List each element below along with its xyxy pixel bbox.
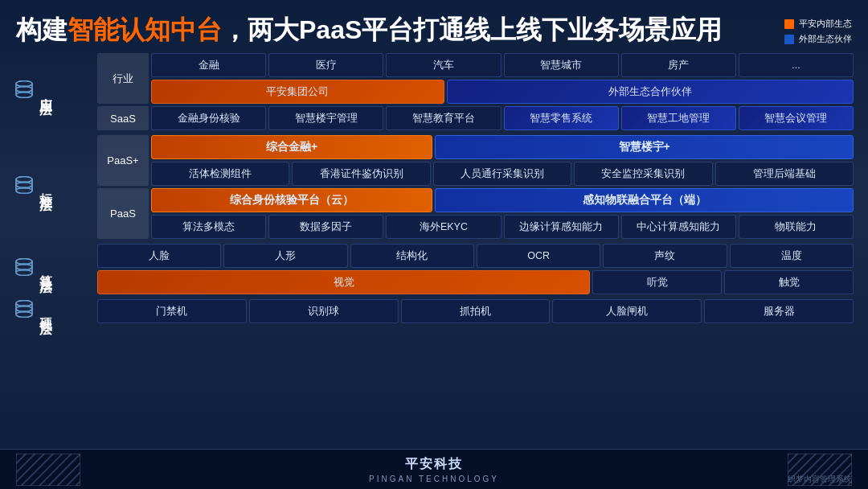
algo-layer-meta: 算法层 xyxy=(14,244,95,294)
footer-logo-en: PINGAN TECHNOLOGY xyxy=(369,475,499,483)
industry-col-5: ... xyxy=(739,53,854,77)
paas-col-1: 数据多因子 xyxy=(268,215,383,239)
paasplus-col-1: 香港证件鉴伪识别 xyxy=(292,162,430,186)
paas-col-0: 算法多模态 xyxy=(151,215,266,239)
internal-company: 平安集团公司 xyxy=(151,80,444,104)
saas-col-2: 智慧教育平台 xyxy=(386,106,501,130)
svg-point-3 xyxy=(16,176,32,182)
footer-hatch-left xyxy=(16,454,80,486)
paasplus-headers: 综合金融+ 智慧楼宇+ xyxy=(151,135,854,159)
industry-col-0: 金融 xyxy=(151,53,266,77)
algo-hearing: 听觉 xyxy=(592,270,722,294)
algo-content: 人脸 人形 结构化 OCR 声纹 温度 视觉 听觉 触觉 xyxy=(97,244,854,294)
legend-external-label: 外部生态伙伴 xyxy=(799,33,852,45)
std-layer-meta: 标准层 xyxy=(14,135,95,239)
db-icon-hw xyxy=(14,300,34,323)
paasplus-col-3: 安全监控采集识别 xyxy=(574,162,712,186)
paasplus-blue-header: 智慧楼宇+ xyxy=(435,135,854,159)
algo-col-5: 温度 xyxy=(730,244,854,268)
title-prefix: 构建 xyxy=(16,15,68,44)
saas-col-0: 金融身份核验 xyxy=(151,106,266,130)
industry-col-4: 房产 xyxy=(621,53,736,77)
algo-col-2: 结构化 xyxy=(350,244,474,268)
legend-internal-label: 平安内部生态 xyxy=(799,18,852,30)
hardware-layer: 硬件层 门禁机 识别球 抓拍机 人脸闸机 服务器 xyxy=(14,299,854,323)
footer-logo-area: 平安科技 PINGAN TECHNOLOGY xyxy=(145,456,723,483)
app-content: 行业 金融 医疗 汽车 智慧城市 房产 ... 平安集团公司 外部生态合作伙 xyxy=(97,53,854,130)
svg-rect-13 xyxy=(16,454,80,486)
algo-col-1: 人形 xyxy=(223,244,347,268)
paas-col-5: 物联能力 xyxy=(739,215,854,239)
footer-watermark: 织梦内容管理系统 xyxy=(788,474,852,485)
external-partner: 外部生态合作伙伴 xyxy=(447,80,854,104)
paas-blue-header: 感知物联融合平台（端） xyxy=(435,188,854,212)
legend-dot-internal xyxy=(784,19,794,29)
legend-external: 外部生态伙伴 xyxy=(784,33,852,45)
svg-point-6 xyxy=(16,258,32,264)
algo-col-3: OCR xyxy=(477,244,600,268)
paasplus-col-0: 活体检测组件 xyxy=(151,162,289,186)
hw-layer-name: 硬件层 xyxy=(37,306,54,316)
hw-col-3: 人脸闸机 xyxy=(552,299,702,323)
paas-headers: 综合身份核验平台（云） 感知物联融合平台（端） xyxy=(151,188,854,212)
svg-point-0 xyxy=(16,81,32,87)
industry-label: 行业 xyxy=(97,53,149,104)
algo-bottom-row: 视觉 听觉 触觉 xyxy=(97,270,854,294)
paasplus-section: PaaS+ 综合金融+ 智慧楼宇+ 活体检测组件 香港证件鉴伪识别 人员通行采集… xyxy=(97,135,854,186)
svg-point-11 xyxy=(16,312,32,318)
hw-col-2: 抓拍机 xyxy=(401,299,551,323)
standard-layer: 标准层 PaaS+ 综合金融+ 智慧楼宇+ 活体检测组件 香港证件鉴伪识别 xyxy=(14,135,854,239)
algorithm-layer: 算法层 人脸 人形 结构化 OCR 声纹 温度 视觉 听觉 触觉 xyxy=(14,244,854,294)
saas-col-1: 智慧楼宇管理 xyxy=(268,106,383,130)
hw-col-4: 服务器 xyxy=(704,299,854,323)
paas-orange-header: 综合身份核验平台（云） xyxy=(151,188,432,212)
std-layer-name: 标准层 xyxy=(37,183,54,192)
footer-logo-cn: 平安科技 xyxy=(405,456,463,473)
paasplus-col-2: 人员通行采集识别 xyxy=(433,162,571,186)
hw-col-1: 识别球 xyxy=(249,299,399,323)
svg-point-7 xyxy=(16,264,32,269)
paas-section: PaaS 综合身份核验平台（云） 感知物联融合平台（端） 算法多模态 数据多因子… xyxy=(97,188,854,239)
industry-section: 行业 金融 医疗 汽车 智慧城市 房产 ... 平安集团公司 外部生态合作伙 xyxy=(97,53,854,104)
hw-col-0: 门禁机 xyxy=(97,299,247,323)
std-content: PaaS+ 综合金融+ 智慧楼宇+ 活体检测组件 香港证件鉴伪识别 人员通行采集… xyxy=(97,135,854,239)
paasplus-content: 综合金融+ 智慧楼宇+ 活体检测组件 香港证件鉴伪识别 人员通行采集识别 安全监… xyxy=(151,135,854,186)
paasplus-orange-header: 综合金融+ xyxy=(151,135,432,159)
paas-col-4: 中心计算感知能力 xyxy=(621,215,736,239)
paasplus-col-4: 管理后端基础 xyxy=(715,162,854,186)
saas-label: SaaS xyxy=(97,106,149,130)
saas-col-4: 智慧工地管理 xyxy=(621,106,736,130)
paas-col-2: 海外EKYC xyxy=(386,215,501,239)
svg-point-2 xyxy=(16,92,32,98)
algo-visual: 视觉 xyxy=(97,270,590,294)
saas-section: SaaS 金融身份核验 智慧楼宇管理 智慧教育平台 智慧零售系统 智慧工地管理 … xyxy=(97,106,854,130)
db-icon-std xyxy=(14,176,34,199)
hw-row: 门禁机 识别球 抓拍机 人脸闸机 服务器 xyxy=(97,299,854,323)
saas-col-3: 智慧零售系统 xyxy=(504,106,619,130)
db-icon-algo xyxy=(14,258,34,281)
title-suffix: ，两大PaaS平台打通线上线下业务场景应用 xyxy=(222,15,722,44)
hw-layer-meta: 硬件层 xyxy=(14,299,95,323)
paasplus-cols: 活体检测组件 香港证件鉴伪识别 人员通行采集识别 安全监控采集识别 管理后端基础 xyxy=(151,162,854,186)
svg-point-4 xyxy=(16,182,32,187)
algo-col-0: 人脸 xyxy=(97,244,221,268)
legend-box: 平安内部生态 外部生态伙伴 xyxy=(784,18,852,45)
algo-touch: 触觉 xyxy=(724,270,854,294)
algo-top-row: 人脸 人形 结构化 OCR 声纹 温度 xyxy=(97,244,854,268)
grid-content: 应用层 行业 金融 医疗 汽车 智慧城市 房产 ... xyxy=(0,53,868,326)
app-layer-meta: 应用层 xyxy=(14,53,95,130)
title-highlight: 智能认知中台 xyxy=(68,15,222,44)
paasplus-label: PaaS+ xyxy=(97,135,149,186)
footer: 平安科技 PINGAN TECHNOLOGY 织梦内容管理系统 xyxy=(0,449,868,489)
svg-point-8 xyxy=(16,269,32,275)
title-area: 构建智能认知中台，两大PaaS平台打通线上线下业务场景应用 平安内部生态 外部生… xyxy=(0,0,868,53)
paas-cols: 算法多模态 数据多因子 海外EKYC 边缘计算感知能力 中心计算感知能力 物联能… xyxy=(151,215,854,239)
svg-point-1 xyxy=(16,87,32,92)
algo-col-4: 声纹 xyxy=(603,244,727,268)
saas-col-5: 智慧会议管理 xyxy=(739,106,854,130)
industry-col-3: 智慧城市 xyxy=(504,53,619,77)
industry-col-2: 汽车 xyxy=(386,53,501,77)
algo-layer-name: 算法层 xyxy=(37,265,54,274)
industry-col-1: 医疗 xyxy=(268,53,383,77)
saas-row: 金融身份核验 智慧楼宇管理 智慧教育平台 智慧零售系统 智慧工地管理 智慧会议管… xyxy=(151,106,854,130)
